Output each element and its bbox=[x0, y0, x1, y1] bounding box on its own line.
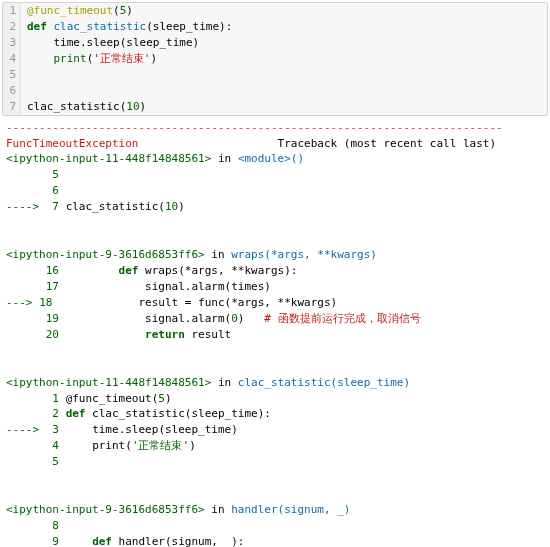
line-number: 3 bbox=[3, 35, 21, 51]
line-number: 1 bbox=[3, 3, 21, 19]
traceback-line: 16 def wraps(*args, **kwargs): bbox=[6, 263, 544, 279]
code-content bbox=[21, 83, 27, 99]
traceback-line: 6 bbox=[6, 183, 544, 199]
traceback-line: ----> 7 clac_statistic(10) bbox=[6, 199, 544, 215]
traceback-line: 1 @func_timeout(5) bbox=[6, 391, 544, 407]
frame-header: <ipython-input-11-448f14848561> in <modu… bbox=[6, 151, 544, 167]
traceback-line: ---> 18 result = func(*args, **kwargs) bbox=[6, 295, 544, 311]
traceback-line: 2 def clac_statistic(sleep_time): bbox=[6, 406, 544, 422]
line-number: 2 bbox=[3, 19, 21, 35]
traceback-line: 9 def handler(signum, _): bbox=[6, 534, 544, 547]
traceback-line: 4 print('正常结束') bbox=[6, 438, 544, 454]
code-content: time.sleep(sleep_time) bbox=[21, 35, 199, 51]
code-content: print('正常结束') bbox=[21, 51, 157, 67]
frame-header: <ipython-input-11-448f14848561> in clac_… bbox=[6, 375, 544, 391]
traceback-line: 5 bbox=[6, 454, 544, 470]
exc-header: FuncTimeoutException Traceback (most rec… bbox=[6, 136, 544, 152]
frame-header: <ipython-input-9-3616d6853ff6> in handle… bbox=[6, 502, 544, 518]
traceback-line: 17 signal.alarm(times) bbox=[6, 279, 544, 295]
traceback-line: 8 bbox=[6, 518, 544, 534]
traceback-line: 20 return result bbox=[6, 327, 544, 343]
code-content: @func_timeout(5) bbox=[21, 3, 133, 19]
line-number: 5 bbox=[3, 67, 21, 83]
traceback-line: 5 bbox=[6, 167, 544, 183]
traceback-line: 19 signal.alarm(0) # 函数提前运行完成，取消信号 bbox=[6, 311, 544, 327]
code-content bbox=[21, 67, 27, 83]
traceback-line: ----> 3 time.sleep(sleep_time) bbox=[6, 422, 544, 438]
frame-header: <ipython-input-9-3616d6853ff6> in wraps(… bbox=[6, 247, 544, 263]
line-number: 7 bbox=[3, 99, 21, 115]
line-number: 4 bbox=[3, 51, 21, 67]
output-area: ----------------------------------------… bbox=[0, 118, 550, 547]
code-cell: 1@func_timeout(5)2def clac_statistic(sle… bbox=[2, 2, 548, 116]
line-number: 6 bbox=[3, 83, 21, 99]
code-content: clac_statistic(10) bbox=[21, 99, 146, 115]
code-content: def clac_statistic(sleep_time): bbox=[21, 19, 232, 35]
traceback-separator: ----------------------------------------… bbox=[6, 120, 544, 136]
